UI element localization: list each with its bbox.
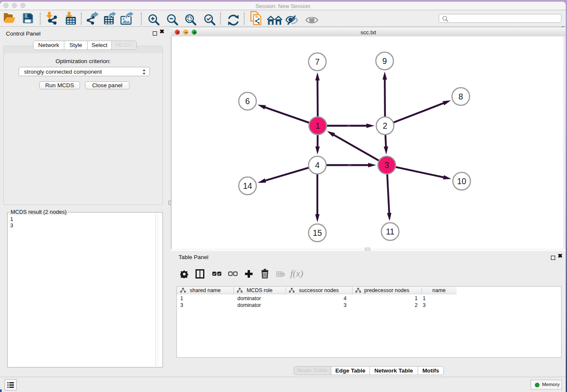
svg-text:1: 1 — [316, 121, 320, 130]
svg-text:2: 2 — [383, 121, 388, 130]
svg-text:15: 15 — [313, 228, 322, 237]
svg-text:3: 3 — [385, 160, 389, 170]
svg-text:10: 10 — [457, 177, 466, 186]
svg-text:11: 11 — [386, 227, 394, 236]
svg-text:6: 6 — [245, 97, 250, 106]
svg-text:4: 4 — [315, 160, 320, 170]
svg-text:7: 7 — [315, 57, 320, 66]
svg-text:8: 8 — [459, 92, 463, 101]
svg-text:14: 14 — [243, 181, 252, 190]
svg-text:9: 9 — [383, 56, 387, 66]
